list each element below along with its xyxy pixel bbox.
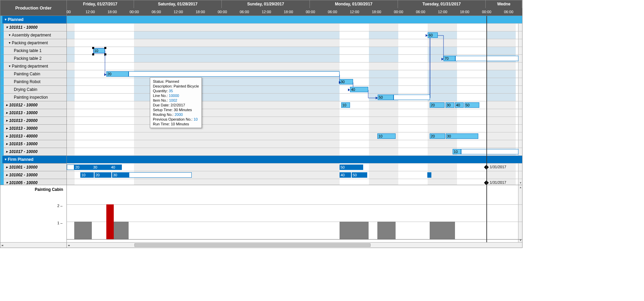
gantt-row[interactable]: [67, 164, 522, 171]
gantt-task[interactable]: 30: [446, 133, 478, 139]
gantt-task[interactable]: 20: [95, 172, 111, 178]
histogram-bar[interactable]: [377, 222, 396, 239]
gantt-task[interactable]: [129, 71, 340, 77]
expand-icon[interactable]: ▸: [5, 164, 8, 171]
gantt-row[interactable]: [67, 117, 522, 125]
scroll-right-icon[interactable]: ▸: [67, 243, 71, 247]
gantt-row[interactable]: [67, 86, 522, 94]
tree-row-res[interactable]: Painting Cabin: [0, 70, 66, 78]
expand-icon[interactable]: ▸: [5, 140, 8, 148]
tree-row-res[interactable]: Painting inspection: [0, 94, 66, 101]
expand-icon[interactable]: ▸: [5, 101, 8, 109]
collapse-icon[interactable]: ▾: [4, 156, 7, 163]
gantt-panel[interactable]: ▴ ▾ 601070203040501020304050102030102030…: [67, 16, 522, 185]
gantt-task[interactable]: 10: [453, 149, 461, 154]
histogram-bar[interactable]: [106, 204, 114, 239]
gantt-row[interactable]: [67, 140, 522, 148]
gantt-row[interactable]: [67, 62, 522, 70]
tree-row-dept[interactable]: ▾Packing department: [0, 39, 66, 47]
tree-row-dept[interactable]: ▾Assembly department: [0, 31, 66, 39]
tree-row-dept[interactable]: ▾Painting department: [0, 62, 66, 70]
gantt-task[interactable]: 30: [92, 165, 110, 170]
histogram-bar[interactable]: [114, 222, 129, 239]
gantt-task[interactable]: 30: [446, 102, 454, 108]
tree-row-res[interactable]: Painting Robot: [0, 78, 66, 86]
tree-row-res[interactable]: Packing table 2: [0, 55, 66, 62]
gantt-task[interactable]: 20: [430, 102, 445, 108]
selection-handle[interactable]: [104, 47, 106, 49]
expand-icon[interactable]: ▸: [5, 125, 8, 132]
gantt-row[interactable]: [67, 24, 522, 31]
collapse-icon[interactable]: ▾: [8, 31, 11, 39]
tree-row-order[interactable]: ▸101001 - 10000: [0, 164, 66, 171]
gantt-task[interactable]: 50: [352, 172, 367, 178]
gantt-row[interactable]: [67, 125, 522, 132]
gantt-task[interactable]: 20: [430, 133, 445, 139]
scroll-up-icon[interactable]: ▴: [518, 185, 522, 189]
collapse-icon[interactable]: ▾: [8, 39, 11, 47]
tree-row-order[interactable]: ▸101013 - 10000: [0, 109, 66, 117]
gantt-task[interactable]: [67, 165, 74, 170]
tree-row-res[interactable]: Packing table 1: [0, 47, 66, 55]
scroll-right-icon[interactable]: ▸: [0, 243, 4, 247]
timeline-horizontal-scrollbar[interactable]: ◂ ▸: [67, 242, 522, 248]
timeline-header[interactable]: Friday, 01/27/2017Saturday, 01/28/2017Su…: [67, 0, 522, 16]
gantt-task[interactable]: 10: [80, 172, 94, 178]
gantt-task[interactable]: 30: [340, 79, 353, 84]
collapse-icon[interactable]: ▾: [4, 16, 7, 23]
gantt-task[interactable]: 20: [106, 71, 129, 77]
tree-row-cat[interactable]: ▾Firm Planned: [0, 156, 66, 164]
tree-row-order[interactable]: ▸101017 - 10000: [0, 148, 66, 156]
gantt-task[interactable]: 40: [110, 165, 122, 170]
tree-row-cat[interactable]: ▾Planned: [0, 16, 66, 24]
gantt-row[interactable]: [67, 31, 522, 39]
tree-row-order[interactable]: ▸101012 - 10000: [0, 101, 66, 109]
gantt-row[interactable]: [67, 156, 522, 164]
tree-row-order[interactable]: ▸101015 - 10000: [0, 140, 66, 148]
expand-icon[interactable]: ▸: [5, 117, 8, 124]
expand-icon[interactable]: ▸: [5, 148, 8, 155]
tree-row-order[interactable]: ▸101002 - 10000: [0, 171, 66, 179]
tree-row-res[interactable]: Drying Cabin: [0, 86, 66, 94]
collapse-icon[interactable]: ▾: [5, 179, 8, 185]
gantt-row[interactable]: [67, 78, 522, 86]
expand-icon[interactable]: ▸: [5, 109, 8, 117]
gantt-task[interactable]: 40: [340, 172, 351, 178]
gantt-task[interactable]: 50: [340, 165, 363, 170]
histogram-panel[interactable]: ▴ ▾: [67, 185, 522, 242]
gantt-task[interactable]: [129, 172, 192, 178]
gantt-row[interactable]: [67, 39, 522, 47]
selection-handle[interactable]: [92, 53, 94, 55]
gantt-task[interactable]: 60: [428, 32, 438, 38]
gantt-task[interactable]: 40: [350, 87, 368, 92]
histogram-bar[interactable]: [340, 222, 369, 239]
gantt-task[interactable]: [394, 95, 430, 100]
gantt-task[interactable]: 20: [74, 165, 92, 170]
scroll-down-icon[interactable]: ▾: [518, 238, 522, 242]
gantt-task[interactable]: 50: [464, 102, 479, 108]
histogram-bar[interactable]: [74, 222, 92, 239]
tree-row-order[interactable]: ▸101013 - 20000: [0, 117, 66, 125]
collapse-icon[interactable]: ▾: [5, 24, 8, 31]
gantt-row[interactable]: [67, 94, 522, 101]
expand-icon[interactable]: ▸: [5, 171, 8, 179]
selection-handle[interactable]: [92, 47, 94, 49]
gantt-task[interactable]: 70: [444, 56, 455, 61]
histogram-bar[interactable]: [430, 222, 455, 239]
gantt-task[interactable]: 10: [377, 133, 396, 139]
gantt-task[interactable]: [461, 149, 518, 154]
expand-icon[interactable]: ▸: [5, 132, 8, 140]
scrollbar-thumb[interactable]: [134, 243, 371, 247]
histogram-vertical-scrollbar[interactable]: ▴ ▾: [518, 185, 522, 242]
tree-row-order[interactable]: ▸101013 - 40000: [0, 132, 66, 140]
gantt-row[interactable]: [67, 16, 522, 24]
gantt-row[interactable]: [67, 179, 522, 185]
gantt-task[interactable]: [427, 172, 431, 178]
gantt-row[interactable]: [67, 109, 522, 117]
gantt-task[interactable]: 30: [112, 172, 129, 178]
collapse-icon[interactable]: ▾: [8, 62, 11, 70]
gantt-row[interactable]: [67, 47, 522, 55]
tree-row-order[interactable]: ▾101005 - 10000: [0, 179, 66, 185]
tree-panel[interactable]: ▾Planned▾101011 - 10000▾Assembly departm…: [0, 16, 67, 185]
gantt-task[interactable]: 10: [341, 102, 350, 108]
